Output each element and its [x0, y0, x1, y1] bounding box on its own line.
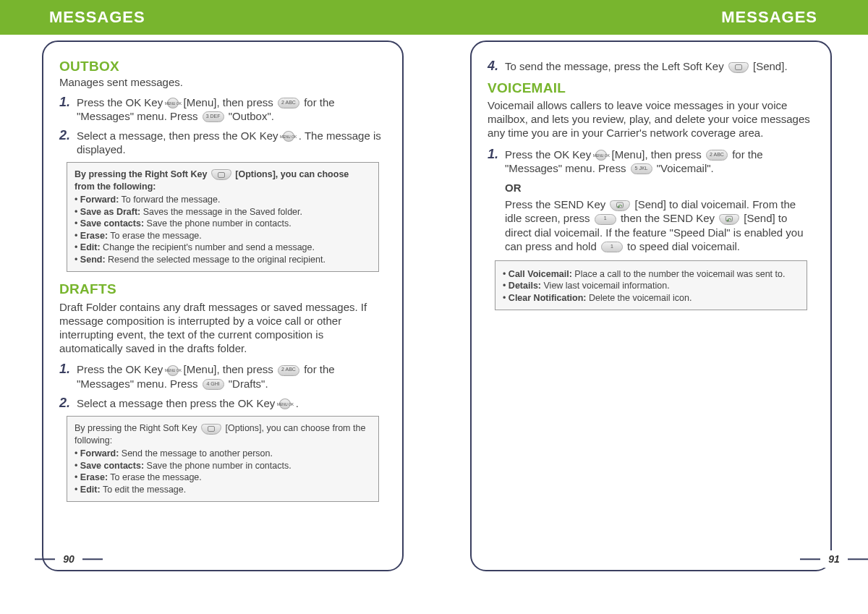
key-2-icon: 2 ABC [278, 365, 299, 376]
ok-key-icon: MENU OK [167, 98, 179, 108]
left-page: OUTBOX Manages sent messages. 1. Press t… [42, 40, 433, 572]
option-item: • Details: View last voicemail informati… [503, 280, 799, 292]
ok-key-icon: MENU OK [595, 150, 607, 161]
voicemail-title: VOICEMAIL [488, 80, 814, 97]
option-item: • Erase: To erase the message. [75, 230, 371, 242]
key-3-icon: 3 DEF [203, 111, 224, 122]
option-item: • Send: Resend the selected message to t… [75, 254, 371, 266]
right-page: 4. To send the message, press the Left S… [470, 40, 861, 572]
option-item: • Save contacts: Save the phone number i… [75, 460, 371, 472]
step-text: Press the OK Key MENU OK [Menu], then pr… [77, 95, 386, 123]
option-item: • Erase: To erase the message. [75, 472, 371, 484]
ok-key-icon: MENU OK [279, 398, 291, 409]
left-soft-key-icon [728, 62, 749, 73]
voicemail-options-box: • Call Voicemail: Place a call to the nu… [495, 260, 807, 311]
drafts-step-1: 1. Press the OK Key MENU OK [Menu], then… [59, 362, 386, 390]
header-banner: MESSAGES MESSAGES [0, 0, 868, 35]
voicemail-para: Voicemail allows callers to leave voice … [488, 98, 814, 140]
ok-key-icon: MENU OK [283, 131, 294, 142]
left-panel: OUTBOX Manages sent messages. 1. Press t… [42, 40, 404, 571]
option-item: • Clear Notification: Delete the voicema… [503, 292, 799, 304]
step-text: Select a message then press the OK Key M… [77, 396, 386, 410]
outbox-step-2: 2. Select a message, then press the OK K… [59, 129, 386, 156]
options-lead: By pressing the Right Soft Key [Options]… [75, 422, 371, 446]
step-number: 2. [59, 396, 77, 411]
step-number: 1. [488, 148, 505, 162]
ok-key-icon: MENU OK [167, 365, 179, 376]
right-soft-key-icon [211, 169, 231, 180]
step-text: Press the OK Key MENU OK [Menu], then pr… [505, 148, 814, 175]
page-number-right: 91 [820, 550, 848, 568]
right-soft-key-icon [201, 424, 221, 435]
key-1-icon: 1 [601, 242, 623, 252]
drafts-para: Draft Folder contains any draft messages… [59, 300, 386, 356]
voicemail-step-1: 1. Press the OK Key MENU OK [Menu], then… [488, 148, 814, 175]
option-item: • Save contacts: Save the phone number i… [75, 218, 371, 230]
options-lead: By pressing the Right Soft Key [Options]… [75, 169, 371, 192]
key-4-icon: 4 GHI [203, 379, 224, 390]
send-key-icon [610, 200, 630, 211]
step-text: Press the OK Key MENU OK [Menu], then pr… [77, 362, 386, 390]
step-text: Select a message, then press the OK Key … [77, 129, 386, 156]
key-2-icon: 2 ABC [278, 98, 299, 108]
option-item: • Forward: Send the message to another p… [75, 448, 371, 460]
header-left: MESSAGES [49, 8, 145, 27]
page-number-left: 90 [55, 550, 82, 568]
step-number: 1. [59, 95, 77, 110]
drafts-title: DRAFTS [59, 281, 386, 298]
drafts-steps: 1. Press the OK Key MENU OK [Menu], then… [59, 362, 386, 410]
key-5-icon: 5 JKL [631, 163, 652, 174]
option-item: • Call Voicemail: Place a call to the nu… [503, 268, 799, 281]
step-number: 1. [59, 362, 77, 377]
step-number: 4. [488, 59, 505, 74]
step-number: 2. [59, 129, 77, 143]
outbox-options-box: By pressing the Right Soft Key [Options]… [67, 162, 379, 272]
drafts-options-box: By pressing the Right Soft Key [Options]… [67, 416, 379, 502]
option-item: • Edit: To edit the message. [75, 484, 371, 496]
option-item: • Forward: To forward the message. [75, 194, 371, 206]
step-text: To send the message, press the Left Soft… [505, 59, 814, 73]
key-1-icon: 1 [595, 214, 616, 225]
or-label: OR [505, 181, 814, 195]
key-2-icon: 2 ABC [706, 150, 728, 161]
or-paragraph: Press the SEND Key [Send] to dial voicem… [505, 197, 814, 253]
outbox-title: OUTBOX [59, 58, 386, 75]
drafts-step-2: 2. Select a message then press the OK Ke… [59, 396, 386, 411]
right-panel: 4. To send the message, press the Left S… [470, 40, 832, 571]
outbox-step-1: 1. Press the OK Key MENU OK [Menu], then… [59, 95, 386, 123]
outbox-subtitle: Manages sent messages. [59, 75, 386, 89]
send-step-4: 4. To send the message, press the Left S… [488, 59, 814, 74]
option-item: • Edit: Change the recipient's number an… [75, 242, 371, 254]
send-key-icon [719, 214, 739, 225]
outbox-steps: 1. Press the OK Key MENU OK [Menu], then… [59, 95, 386, 157]
header-right: MESSAGES [721, 8, 817, 27]
option-item: • Save as Draft: Saves the message in th… [75, 206, 371, 218]
